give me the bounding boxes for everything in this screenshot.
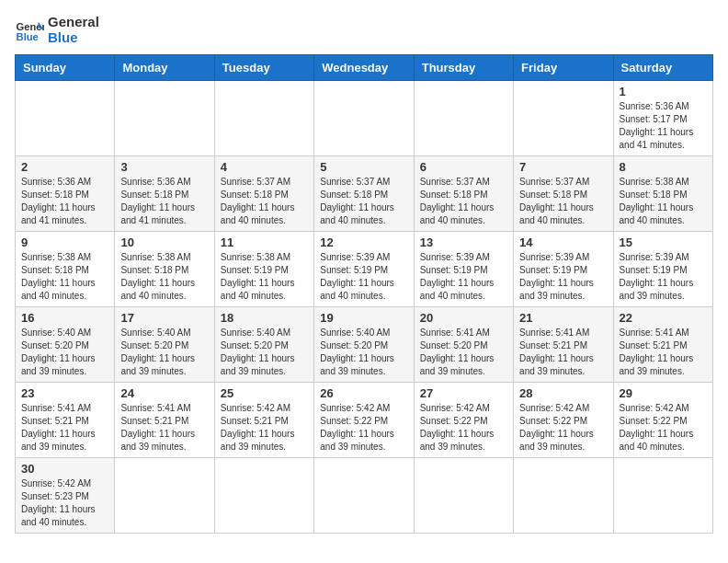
day-info: Sunrise: 5:38 AM Sunset: 5:18 PM Dayligh…	[120, 251, 208, 303]
day-number: 26	[320, 386, 407, 400]
calendar-cell	[16, 81, 115, 156]
weekday-header-row: SundayMondayTuesdayWednesdayThursdayFrid…	[16, 55, 713, 81]
day-number: 19	[320, 311, 407, 325]
calendar-week-6: 30Sunrise: 5:42 AM Sunset: 5:23 PM Dayli…	[16, 458, 713, 534]
day-number: 14	[519, 236, 607, 249]
calendar-week-3: 9Sunrise: 5:38 AM Sunset: 5:18 PM Daylig…	[16, 232, 713, 307]
day-number: 17	[120, 311, 208, 325]
calendar-cell: 26Sunrise: 5:42 AM Sunset: 5:22 PM Dayli…	[314, 383, 414, 458]
calendar-cell: 16Sunrise: 5:40 AM Sunset: 5:20 PM Dayli…	[16, 307, 115, 383]
calendar-cell: 9Sunrise: 5:38 AM Sunset: 5:18 PM Daylig…	[16, 232, 115, 307]
day-info: Sunrise: 5:36 AM Sunset: 5:17 PM Dayligh…	[620, 100, 707, 152]
page-header: General Blue General Blue	[15, 15, 713, 45]
day-number: 29	[620, 386, 707, 400]
calendar-cell: 13Sunrise: 5:39 AM Sunset: 5:19 PM Dayli…	[414, 232, 513, 307]
calendar-cell: 20Sunrise: 5:41 AM Sunset: 5:20 PM Dayli…	[414, 307, 513, 383]
calendar-cell: 22Sunrise: 5:41 AM Sunset: 5:21 PM Dayli…	[613, 307, 712, 383]
calendar-cell	[214, 458, 313, 534]
calendar-cell	[314, 81, 414, 156]
day-info: Sunrise: 5:37 AM Sunset: 5:18 PM Dayligh…	[420, 176, 507, 227]
day-number: 2	[21, 160, 108, 174]
day-info: Sunrise: 5:36 AM Sunset: 5:18 PM Dayligh…	[21, 176, 108, 227]
day-info: Sunrise: 5:38 AM Sunset: 5:18 PM Dayligh…	[620, 176, 707, 227]
logo-icon: General Blue	[15, 16, 44, 45]
calendar-cell	[414, 458, 513, 534]
calendar-cell: 23Sunrise: 5:41 AM Sunset: 5:21 PM Dayli…	[16, 383, 115, 458]
calendar-cell: 18Sunrise: 5:40 AM Sunset: 5:20 PM Dayli…	[214, 307, 313, 383]
weekday-header-tuesday: Tuesday	[214, 55, 313, 81]
calendar-cell	[613, 458, 712, 534]
day-info: Sunrise: 5:42 AM Sunset: 5:22 PM Dayligh…	[420, 402, 507, 454]
day-number: 7	[519, 160, 607, 174]
day-number: 24	[120, 386, 208, 400]
calendar-cell	[115, 458, 214, 534]
calendar-cell: 19Sunrise: 5:40 AM Sunset: 5:20 PM Dayli…	[314, 307, 414, 383]
day-number: 3	[120, 160, 208, 174]
calendar-cell: 2Sunrise: 5:36 AM Sunset: 5:18 PM Daylig…	[16, 156, 115, 232]
day-number: 1	[620, 85, 707, 98]
day-number: 15	[620, 236, 707, 249]
day-number: 23	[21, 386, 108, 400]
logo-general-text: General	[48, 15, 99, 30]
day-number: 22	[620, 311, 707, 325]
calendar-cell: 1Sunrise: 5:36 AM Sunset: 5:17 PM Daylig…	[613, 81, 712, 156]
weekday-header-sunday: Sunday	[16, 55, 115, 81]
day-info: Sunrise: 5:37 AM Sunset: 5:18 PM Dayligh…	[320, 176, 407, 227]
calendar-week-1: 1Sunrise: 5:36 AM Sunset: 5:17 PM Daylig…	[16, 81, 713, 156]
day-info: Sunrise: 5:41 AM Sunset: 5:21 PM Dayligh…	[120, 402, 208, 454]
calendar-cell: 30Sunrise: 5:42 AM Sunset: 5:23 PM Dayli…	[16, 458, 115, 534]
day-number: 27	[420, 386, 507, 400]
calendar-cell: 24Sunrise: 5:41 AM Sunset: 5:21 PM Dayli…	[115, 383, 214, 458]
calendar-cell: 8Sunrise: 5:38 AM Sunset: 5:18 PM Daylig…	[613, 156, 712, 232]
calendar-cell: 29Sunrise: 5:42 AM Sunset: 5:22 PM Dayli…	[613, 383, 712, 458]
day-number: 9	[21, 236, 108, 249]
calendar-cell	[115, 81, 214, 156]
weekday-header-monday: Monday	[115, 55, 214, 81]
calendar-cell	[314, 458, 414, 534]
day-info: Sunrise: 5:39 AM Sunset: 5:19 PM Dayligh…	[620, 251, 707, 303]
day-info: Sunrise: 5:40 AM Sunset: 5:20 PM Dayligh…	[221, 327, 308, 378]
day-info: Sunrise: 5:42 AM Sunset: 5:22 PM Dayligh…	[620, 402, 707, 454]
calendar-cell	[214, 81, 313, 156]
calendar-cell: 14Sunrise: 5:39 AM Sunset: 5:19 PM Dayli…	[514, 232, 613, 307]
day-info: Sunrise: 5:38 AM Sunset: 5:19 PM Dayligh…	[221, 251, 308, 303]
day-number: 20	[420, 311, 507, 325]
calendar-cell	[514, 81, 613, 156]
calendar-cell: 27Sunrise: 5:42 AM Sunset: 5:22 PM Dayli…	[414, 383, 513, 458]
weekday-header-wednesday: Wednesday	[314, 55, 414, 81]
day-number: 28	[519, 386, 607, 400]
day-info: Sunrise: 5:41 AM Sunset: 5:21 PM Dayligh…	[519, 327, 607, 378]
day-info: Sunrise: 5:37 AM Sunset: 5:18 PM Dayligh…	[519, 176, 607, 227]
day-number: 25	[221, 386, 308, 400]
day-info: Sunrise: 5:41 AM Sunset: 5:20 PM Dayligh…	[420, 327, 507, 378]
day-number: 13	[420, 236, 507, 249]
calendar-cell	[514, 458, 613, 534]
calendar-cell: 12Sunrise: 5:39 AM Sunset: 5:19 PM Dayli…	[314, 232, 414, 307]
weekday-header-saturday: Saturday	[613, 55, 712, 81]
day-info: Sunrise: 5:38 AM Sunset: 5:18 PM Dayligh…	[21, 251, 108, 303]
weekday-header-thursday: Thursday	[414, 55, 513, 81]
day-info: Sunrise: 5:42 AM Sunset: 5:23 PM Dayligh…	[21, 477, 108, 529]
day-number: 11	[221, 236, 308, 249]
calendar-cell: 21Sunrise: 5:41 AM Sunset: 5:21 PM Dayli…	[514, 307, 613, 383]
day-info: Sunrise: 5:40 AM Sunset: 5:20 PM Dayligh…	[21, 327, 108, 378]
calendar-cell: 4Sunrise: 5:37 AM Sunset: 5:18 PM Daylig…	[214, 156, 313, 232]
day-number: 10	[120, 236, 208, 249]
calendar-week-4: 16Sunrise: 5:40 AM Sunset: 5:20 PM Dayli…	[16, 307, 713, 383]
day-info: Sunrise: 5:39 AM Sunset: 5:19 PM Dayligh…	[420, 251, 507, 303]
logo-blue-text: Blue	[48, 30, 99, 46]
day-info: Sunrise: 5:41 AM Sunset: 5:21 PM Dayligh…	[21, 402, 108, 454]
svg-text:Blue: Blue	[17, 31, 39, 42]
day-number: 21	[519, 311, 607, 325]
day-number: 30	[21, 462, 108, 476]
calendar-week-2: 2Sunrise: 5:36 AM Sunset: 5:18 PM Daylig…	[16, 156, 713, 232]
calendar-table: SundayMondayTuesdayWednesdayThursdayFrid…	[15, 54, 713, 534]
day-info: Sunrise: 5:39 AM Sunset: 5:19 PM Dayligh…	[320, 251, 407, 303]
calendar-cell: 11Sunrise: 5:38 AM Sunset: 5:19 PM Dayli…	[214, 232, 313, 307]
day-number: 16	[21, 311, 108, 325]
calendar-week-5: 23Sunrise: 5:41 AM Sunset: 5:21 PM Dayli…	[16, 383, 713, 458]
day-info: Sunrise: 5:39 AM Sunset: 5:19 PM Dayligh…	[519, 251, 607, 303]
calendar-cell: 17Sunrise: 5:40 AM Sunset: 5:20 PM Dayli…	[115, 307, 214, 383]
day-number: 5	[320, 160, 407, 174]
day-info: Sunrise: 5:42 AM Sunset: 5:21 PM Dayligh…	[221, 402, 308, 454]
